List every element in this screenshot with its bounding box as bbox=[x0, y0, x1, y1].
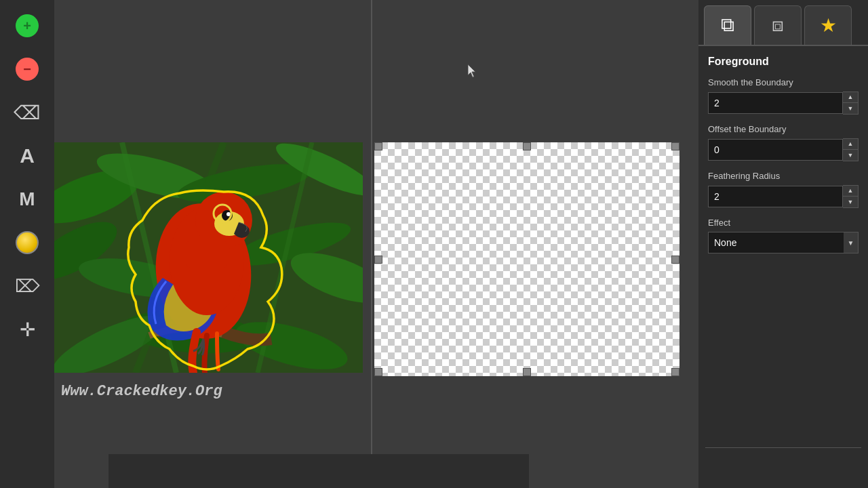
section-foreground-title: Foreground bbox=[708, 56, 859, 68]
transparency-background bbox=[374, 142, 679, 376]
handle-mid-left[interactable] bbox=[374, 256, 382, 264]
offset-boundary-up[interactable]: ▲ bbox=[843, 139, 858, 150]
effect-select[interactable]: None Blur Sharpen Glow bbox=[708, 232, 859, 253]
color-tool-button[interactable] bbox=[7, 222, 47, 263]
eraser-tool-button[interactable]: ⌫ bbox=[7, 92, 47, 133]
right-sidebar: ⧉ ⧈ ★ Foreground Smooth the Boundary ▲ ▼… bbox=[698, 0, 868, 488]
svg-marker-0 bbox=[468, 64, 475, 77]
effect-label: Effect bbox=[708, 218, 859, 228]
handle-bottom-center[interactable] bbox=[523, 368, 531, 376]
offset-boundary-label: Offset the Boundary bbox=[708, 124, 859, 134]
offset-boundary-spinner: ▲ ▼ bbox=[843, 138, 859, 161]
original-image-svg bbox=[54, 142, 363, 373]
feathering-radius-spinner: ▲ ▼ bbox=[843, 185, 859, 208]
smooth-boundary-spinner: ▲ ▼ bbox=[843, 92, 859, 115]
text-m-tool-button[interactable]: M bbox=[7, 179, 47, 220]
feathering-radius-label: Feathering Radius bbox=[708, 171, 859, 181]
text-m-icon: M bbox=[19, 188, 35, 210]
remove-icon: − bbox=[16, 58, 39, 81]
offset-boundary-control: ▲ ▼ bbox=[708, 138, 859, 161]
layers-icon: ⧉ bbox=[721, 14, 734, 37]
channels-tab[interactable]: ⧈ bbox=[754, 5, 802, 45]
feathering-radius-up[interactable]: ▲ bbox=[843, 186, 858, 197]
text-a-tool-button[interactable]: A bbox=[7, 136, 47, 176]
svg-rect-23 bbox=[186, 241, 227, 268]
cursor bbox=[468, 64, 476, 73]
star-icon: ★ bbox=[820, 14, 837, 37]
eraser2-icon: ⌦ bbox=[15, 276, 40, 297]
handle-bottom-left[interactable] bbox=[374, 368, 382, 376]
result-image-panel bbox=[374, 142, 679, 376]
add-icon: + bbox=[16, 14, 39, 37]
original-image-panel bbox=[54, 142, 363, 373]
layers-tab[interactable]: ⧉ bbox=[704, 5, 751, 45]
sidebar-bottom-area bbox=[705, 447, 861, 488]
add-button[interactable]: + bbox=[7, 5, 47, 46]
channels-icon: ⧈ bbox=[772, 14, 784, 37]
feathering-radius-down[interactable]: ▼ bbox=[843, 197, 858, 207]
watermark-text: Www.Crackedkey.Org bbox=[61, 383, 222, 400]
handle-bottom-right[interactable] bbox=[671, 368, 679, 376]
handle-mid-right[interactable] bbox=[671, 256, 679, 264]
handle-top-right[interactable] bbox=[671, 142, 679, 150]
smooth-boundary-down[interactable]: ▼ bbox=[843, 103, 858, 114]
text-a-icon: A bbox=[20, 144, 35, 167]
panel-content: Foreground Smooth the Boundary ▲ ▼ Offse… bbox=[698, 46, 868, 447]
move-tool-button[interactable]: ✛ bbox=[7, 309, 47, 350]
smooth-boundary-label: Smooth the Boundary bbox=[708, 77, 859, 87]
smooth-boundary-control: ▲ ▼ bbox=[708, 92, 859, 115]
eraser-icon: ⌫ bbox=[14, 102, 41, 124]
remove-button[interactable]: − bbox=[7, 49, 47, 89]
smooth-boundary-up[interactable]: ▲ bbox=[843, 92, 858, 103]
bottom-status-bar bbox=[108, 454, 529, 488]
left-toolbar: + − ⌫ A M ⌦ ✛ bbox=[0, 0, 54, 488]
tab-bar: ⧉ ⧈ ★ bbox=[698, 0, 868, 46]
feathering-radius-input[interactable] bbox=[708, 186, 843, 207]
offset-boundary-input[interactable] bbox=[708, 139, 843, 161]
handle-top-left[interactable] bbox=[374, 142, 382, 150]
canvas-divider bbox=[371, 0, 372, 488]
handle-top-center[interactable] bbox=[523, 142, 531, 150]
eraser2-tool-button[interactable]: ⌦ bbox=[7, 266, 47, 306]
main-canvas-area: Www.Crackedkey.Org bbox=[54, 0, 698, 488]
offset-boundary-down[interactable]: ▼ bbox=[843, 150, 858, 161]
move-icon: ✛ bbox=[20, 319, 35, 341]
color-swatch bbox=[16, 231, 39, 254]
favorites-tab[interactable]: ★ bbox=[804, 5, 852, 45]
effect-dropdown-row: None Blur Sharpen Glow ▼ bbox=[708, 232, 859, 253]
smooth-boundary-input[interactable] bbox=[708, 92, 843, 114]
feathering-radius-control: ▲ ▼ bbox=[708, 185, 859, 208]
